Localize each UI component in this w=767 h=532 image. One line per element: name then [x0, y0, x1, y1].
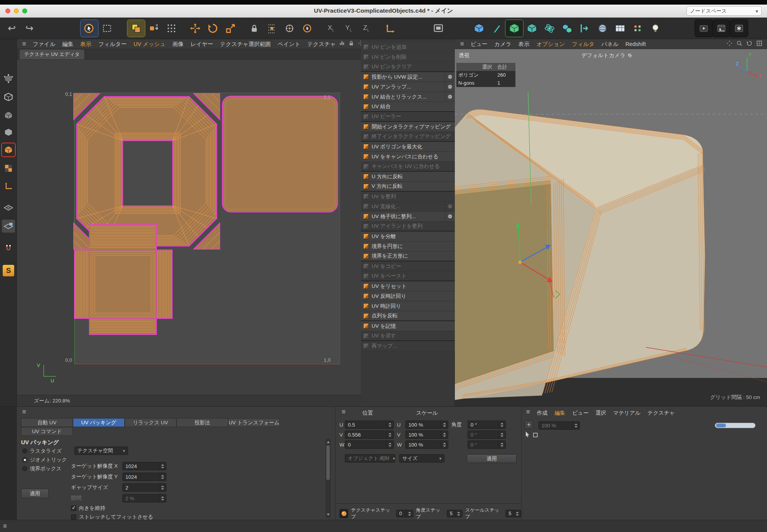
- selection-ring-tool[interactable]: [298, 20, 316, 37]
- layer-square-icon[interactable]: [533, 432, 538, 439]
- object-axis-icon[interactable]: [2, 179, 15, 192]
- x-axis-lock-button[interactable]: XL: [322, 20, 340, 37]
- uv-command-item[interactable]: UV をコピー: [361, 261, 455, 271]
- uv-command-item[interactable]: UV を分離: [361, 232, 455, 241]
- uv-command-item[interactable]: 境界を正方形に: [361, 251, 455, 261]
- spinner-arrows[interactable]: [159, 484, 166, 491]
- apply-transform-button[interactable]: 適用: [467, 454, 517, 463]
- uv-edit-workspace-icon[interactable]: [505, 20, 523, 37]
- uv-command-item[interactable]: 境界を円形に: [361, 241, 455, 251]
- uv-command-item[interactable]: 投影から UVW 設定...: [361, 72, 455, 82]
- uv-command-item[interactable]: U 方向に反転: [361, 172, 455, 182]
- vertex-grid-tool[interactable]: [163, 20, 180, 37]
- uv-command-item[interactable]: UV 格子状に整列...: [361, 212, 455, 222]
- spinner-arrows[interactable]: [455, 510, 462, 517]
- simulation-atom-icon[interactable]: [541, 20, 558, 37]
- texture-space-dropdown[interactable]: テクスチャ空間 ▾: [74, 447, 128, 455]
- orbit-view-icon[interactable]: [746, 40, 752, 48]
- menu-item[interactable]: UV メッシュ: [130, 39, 169, 49]
- cubes-pair-icon[interactable]: [558, 20, 576, 37]
- points-mode-icon[interactable]: [2, 72, 15, 85]
- histogram-icon[interactable]: [339, 40, 345, 48]
- menu-item[interactable]: 編集: [59, 39, 77, 49]
- lock-icon[interactable]: [349, 41, 354, 48]
- render-in-view-button[interactable]: [695, 20, 713, 37]
- add-button[interactable]: +: [525, 420, 533, 429]
- spinner-arrows[interactable]: [386, 431, 393, 438]
- locked-workplane-icon[interactable]: [2, 220, 15, 233]
- spinner-arrows[interactable]: [498, 421, 505, 429]
- uv-command-item[interactable]: UV ピンをクリア: [361, 62, 455, 72]
- menu-item[interactable]: ビュー: [467, 39, 491, 49]
- spinner-arrows[interactable]: [159, 462, 166, 470]
- uv-command-item[interactable]: UV ピンを追加: [361, 42, 455, 52]
- angle-field[interactable]: 0 °: [467, 440, 506, 449]
- uv-command-item[interactable]: UV を戻す: [361, 331, 455, 341]
- uv-command-item[interactable]: 再マップ...: [361, 341, 455, 351]
- menu-item[interactable]: フィルター: [95, 39, 130, 49]
- menu-item[interactable]: Redshift: [622, 39, 649, 49]
- uv-command-item[interactable]: V 方向に反転: [361, 182, 455, 192]
- polygon-mode-icon[interactable]: [2, 109, 15, 122]
- apply-button[interactable]: 適用: [21, 489, 49, 498]
- gear-icon[interactable]: [445, 72, 455, 82]
- uv-command-item[interactable]: UV ピンを削除: [361, 52, 455, 62]
- spinner-arrows[interactable]: [514, 510, 521, 517]
- uv-command-item[interactable]: キャンバスを UV に合わせる: [361, 162, 455, 172]
- uv-command-item[interactable]: UV 時計回り: [361, 301, 455, 311]
- menu-item[interactable]: ペイント: [274, 39, 304, 49]
- vertical-scrollbar[interactable]: [326, 439, 331, 518]
- gear-icon[interactable]: [445, 212, 455, 221]
- uv-tools-tab[interactable]: UV トランスフォーム: [228, 418, 280, 427]
- uv-canvas[interactable]: [17, 60, 361, 395]
- uv-command-item[interactable]: UV をキャンバスに合わせる: [361, 152, 455, 162]
- render-picture-button[interactable]: [713, 20, 730, 37]
- opacity-field[interactable]: 100 %: [538, 421, 580, 430]
- manager-menu-item[interactable]: テクスチャ: [647, 410, 675, 417]
- redo-button[interactable]: ↪: [21, 20, 38, 37]
- radio-option[interactable]: ラスタライズ: [22, 447, 67, 455]
- manager-menu-item[interactable]: 作成: [537, 410, 548, 417]
- panel-menu-icon[interactable]: ≡: [19, 40, 29, 48]
- spinner-arrows[interactable]: [441, 421, 448, 429]
- uv-command-item[interactable]: 点列を反転: [361, 311, 455, 321]
- scale-step-field[interactable]: 5: [505, 510, 521, 517]
- spinner-arrows[interactable]: [386, 441, 393, 448]
- panel-menu-icon[interactable]: ≡: [457, 40, 467, 48]
- menu-item[interactable]: カメラ: [491, 39, 515, 49]
- uv-command-item[interactable]: UV を記憶: [361, 321, 455, 331]
- number-field[interactable]: 2: [122, 483, 166, 492]
- scale-field[interactable]: 100 %: [405, 440, 448, 449]
- position-field[interactable]: 0.5: [345, 420, 394, 429]
- uv-tools-tab[interactable]: 投影法: [176, 418, 228, 427]
- gear-icon[interactable]: [445, 92, 455, 102]
- uv-polygons-mode-icon[interactable]: [2, 143, 15, 156]
- angle-step-field[interactable]: 5: [447, 510, 463, 517]
- uv-command-item[interactable]: UV アイランドを整列: [361, 222, 455, 232]
- material-s-badge[interactable]: S: [2, 264, 15, 277]
- size-dropdown[interactable]: サイズ ▾: [399, 454, 444, 463]
- pointer-icon[interactable]: [525, 431, 531, 439]
- snap-rotate-tool[interactable]: [281, 20, 298, 37]
- angle-field[interactable]: 0 °: [467, 430, 506, 439]
- menu-item[interactable]: テクスチャ: [304, 39, 339, 49]
- spinner-arrows[interactable]: [386, 421, 393, 429]
- menu-item[interactable]: 表示: [77, 39, 95, 49]
- projection-label[interactable]: 透視: [459, 52, 469, 59]
- horizontal-scrollbar[interactable]: [715, 423, 755, 428]
- manager-menu-item[interactable]: マテリアル: [613, 410, 641, 417]
- menu-item[interactable]: 画像: [169, 39, 187, 49]
- scrollbar-thumb[interactable]: [326, 445, 330, 480]
- checkbox-option[interactable]: 向きを維持: [71, 504, 153, 512]
- scroll-down-icon[interactable]: [327, 514, 330, 516]
- render-settings-button[interactable]: [730, 20, 748, 37]
- scroll-up-icon[interactable]: [327, 441, 330, 443]
- workplane-icon[interactable]: [2, 201, 15, 214]
- spline-pen-tool[interactable]: [488, 20, 505, 37]
- position-field[interactable]: 0: [345, 440, 394, 449]
- menu-item[interactable]: フィルタ: [568, 39, 598, 49]
- uv-command-item[interactable]: 終了インタラクティブマッピング: [361, 132, 455, 142]
- lock-tool[interactable]: [245, 20, 263, 37]
- uv-tools-tab[interactable]: リラックス UV: [125, 418, 176, 427]
- uv-command-item[interactable]: UV を整列: [361, 192, 455, 202]
